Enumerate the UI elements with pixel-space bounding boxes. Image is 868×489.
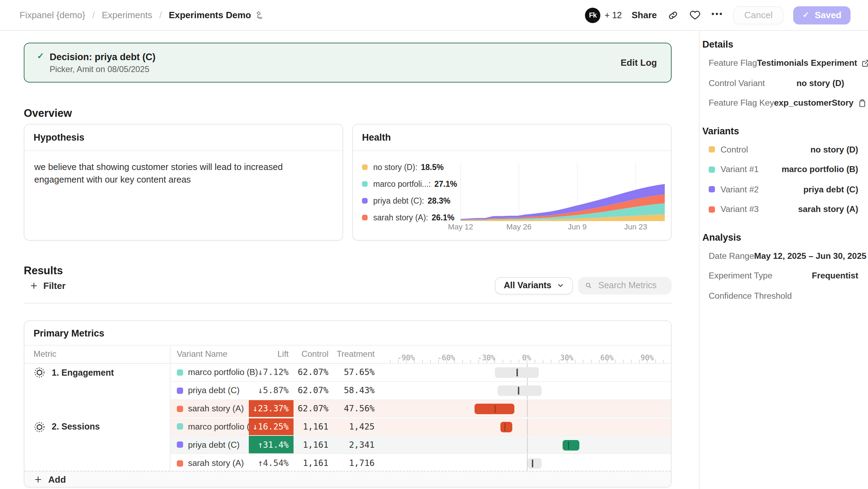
add-metric-button[interactable]: Add xyxy=(24,471,671,487)
breadcrumb: Fixpanel {demo}/Experiments/Experiments … xyxy=(20,10,264,20)
health-card-header: Health xyxy=(353,125,671,151)
sidebar-label: Experiment Type xyxy=(709,271,772,281)
ci-bar xyxy=(500,422,513,432)
confidence-interval-cell xyxy=(379,418,671,435)
column-header-control: Control xyxy=(294,346,333,363)
sidebar-label: Control xyxy=(721,145,748,155)
breadcrumb-item[interactable]: Experiments xyxy=(102,10,152,20)
sidebar-label: Feature Flag Key xyxy=(709,98,774,108)
sidebar-value: Frequentist xyxy=(812,271,858,281)
table-row[interactable]: sarah story (A)↑4.54%1,1611,716 xyxy=(171,454,671,472)
variants-section-title: Variants xyxy=(702,126,858,140)
decision-subtitle: Picker, Amit on 08/05/2025 xyxy=(50,64,155,74)
confidence-interval-cell xyxy=(379,436,671,454)
edit-log-button[interactable]: Edit Log xyxy=(621,57,657,68)
details-sidebar: Details Feature FlagTestimonials Experim… xyxy=(699,31,868,489)
share-button[interactable]: Share xyxy=(632,10,657,20)
add-filter-button[interactable]: Filter xyxy=(24,276,71,295)
sidebar-row: Variant #2priya debt (C) xyxy=(702,179,858,199)
favorite-icon[interactable] xyxy=(689,9,702,21)
search-metrics-input[interactable] xyxy=(597,280,665,291)
column-header-variant: Variant Name xyxy=(171,346,249,363)
variant-cell: marco portfolio (B) xyxy=(171,364,249,381)
sidebar-row: Variant #3sarah story (A) xyxy=(702,199,858,219)
treatment-value: 47.56% xyxy=(333,400,379,417)
check-icon: ✓ xyxy=(37,51,50,61)
sidebar-row: Experiment TypeFrequentist xyxy=(702,266,858,286)
plus-icon xyxy=(34,475,43,484)
metric-cell[interactable]: 2. Sessions xyxy=(24,418,171,472)
table-row[interactable]: priya debt (C)↓5.87%62.07%58.43% xyxy=(171,382,671,400)
avatar[interactable]: Fk xyxy=(585,7,600,23)
legend-label: sarah story (A): xyxy=(373,213,428,222)
search-metrics-box xyxy=(578,277,672,294)
variant-name: sarah story (A) xyxy=(188,404,244,413)
control-value: 1,161 xyxy=(294,418,333,435)
hypothesis-body[interactable]: we believe that showing customer stories… xyxy=(24,151,342,196)
search-icon xyxy=(585,281,592,290)
lift-value: ↓16.25% xyxy=(249,418,294,435)
variant-color-chip xyxy=(177,424,183,430)
primary-metrics-card: Primary Metrics Metric Variant Name Lift… xyxy=(24,320,672,488)
check-icon: ✓ xyxy=(803,10,809,20)
app: Fixpanel {demo}/Experiments/Experiments … xyxy=(0,0,868,489)
top-actions: Fk + 12 Share ••• Cancel ✓ Saved xyxy=(585,6,851,24)
hypothesis-card-header: Hypothesis xyxy=(24,125,342,151)
external-link-icon[interactable] xyxy=(861,59,868,68)
ci-point-marker xyxy=(532,459,533,467)
table-row[interactable]: priya debt (C)↑31.4%1,1612,341 xyxy=(171,436,671,454)
zero-line xyxy=(527,400,527,417)
legend-value: 28.3% xyxy=(428,197,450,205)
confidence-interval-cell xyxy=(379,382,671,399)
column-header-lift: Lift xyxy=(249,346,294,363)
table-body: 1. Engagementmarco portfolio (B)↓7.12%62… xyxy=(24,364,671,472)
legend-label: no story (D): xyxy=(373,163,418,171)
sidebar-row: Date RangeMay 12, 2025 – Jun 30, 2025 xyxy=(702,246,858,266)
collaborator-count[interactable]: + 12 xyxy=(605,10,622,20)
target-icon xyxy=(34,421,45,433)
variant-name: priya debt (C) xyxy=(188,440,240,449)
sidebar-value: Testimonials Experiment xyxy=(757,58,857,68)
more-options-icon[interactable]: ••• xyxy=(711,9,723,21)
legend-item: no story (D):18.5% xyxy=(362,159,457,176)
chevron-down-icon xyxy=(557,282,564,289)
copy-link-icon[interactable] xyxy=(667,9,679,21)
metric-cell[interactable]: 1. Engagement xyxy=(24,364,171,418)
variant-cell: marco portfolio (B) xyxy=(171,418,249,435)
variant-color-chip xyxy=(177,405,183,412)
decision-title: Decision: priya debt (C) xyxy=(50,51,155,62)
ci-axis-header: -90%-60%-30%0%30%60%90% xyxy=(379,346,671,363)
ci-bar xyxy=(563,440,579,450)
copy-icon[interactable] xyxy=(858,99,868,108)
table-row[interactable]: marco portfolio (B)↓16.25%1,1611,425 xyxy=(171,418,671,436)
ci-point-marker xyxy=(516,369,518,377)
breadcrumb-item[interactable]: Experiments Demo xyxy=(169,10,265,20)
top-bar: Fixpanel {demo}/Experiments/Experiments … xyxy=(0,0,868,31)
sidebar-label: Variant #1 xyxy=(721,165,759,175)
sidebar-value: exp_customerStory xyxy=(774,98,854,108)
saved-button[interactable]: ✓ Saved xyxy=(794,6,851,24)
cancel-button[interactable]: Cancel xyxy=(733,6,784,24)
details-section: Feature FlagTestimonials ExperimentContr… xyxy=(702,53,858,113)
table-row[interactable]: marco portfolio (B)↓7.12%62.07%57.65% xyxy=(171,364,671,382)
sidebar-value: no story (D) xyxy=(796,78,844,88)
control-value: 1,161 xyxy=(294,436,333,454)
lift-value: ↓5.87% xyxy=(249,382,294,399)
variant-color-chip xyxy=(709,147,715,153)
legend-color-chip xyxy=(362,181,368,187)
variant-name: marco portfolio (B) xyxy=(188,368,258,377)
variant-color-chip xyxy=(177,369,183,376)
table-row[interactable]: sarah story (A)↓23.37%62.07%47.56% xyxy=(171,400,671,418)
legend-label: priya debt (C): xyxy=(373,197,424,205)
primary-metrics-title: Primary Metrics xyxy=(34,328,104,338)
lift-value: ↓23.37% xyxy=(249,400,294,417)
variants-filter-dropdown[interactable]: All Variants xyxy=(495,277,573,294)
legend-item: marco portfoli...:27.1% xyxy=(362,176,457,192)
health-title: Health xyxy=(362,132,391,143)
legend-color-chip xyxy=(362,215,368,220)
breadcrumb-item[interactable]: Fixpanel {demo} xyxy=(20,10,85,20)
variant-cell: sarah story (A) xyxy=(171,454,249,472)
variant-color-chip xyxy=(709,186,715,193)
sidebar-label: Feature Flag xyxy=(709,58,757,68)
variant-cell: priya debt (C) xyxy=(171,382,249,399)
